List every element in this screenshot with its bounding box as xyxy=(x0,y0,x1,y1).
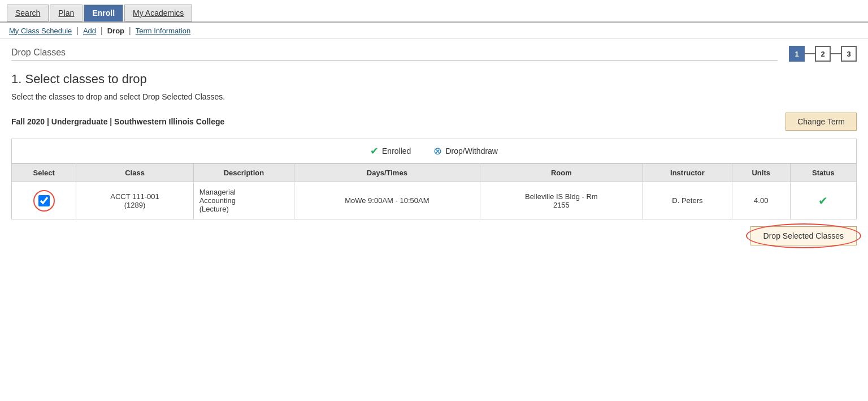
col-header-status: Status xyxy=(790,164,856,182)
col-header-class: Class xyxy=(76,164,193,182)
subnav-my-class-schedule[interactable]: My Class Schedule xyxy=(9,27,72,35)
enrolled-check-icon: ✔ xyxy=(370,145,379,157)
step-2: 2 xyxy=(815,46,831,62)
page-header-row: Drop Classes 1 2 3 xyxy=(11,46,857,62)
enrolled-label: Enrolled xyxy=(382,146,411,156)
step-connector-2 xyxy=(831,53,841,54)
table-row: ACCT 111-001 (1289) Managerial Accountin… xyxy=(12,182,857,219)
main-content: Drop Classes 1 2 3 1. Select classes to … xyxy=(0,39,868,252)
subnav-drop[interactable]: Drop xyxy=(107,27,124,35)
room-line1: Belleville IS Bldg - Rm xyxy=(525,192,598,201)
col-header-description: Description xyxy=(193,164,294,182)
subnav-sep-2: | xyxy=(101,26,103,35)
subnav-sep-1: | xyxy=(76,26,79,35)
class-table: Select Class Description Days/Times Room… xyxy=(11,163,857,219)
sub-navigation: My Class Schedule | Add | Drop | Term In… xyxy=(0,23,868,39)
legend-row: ✔ Enrolled ⊗ Drop/Withdraw xyxy=(11,139,857,163)
tab-search[interactable]: Search xyxy=(7,5,49,21)
col-header-units: Units xyxy=(732,164,790,182)
cell-description: Managerial Accounting (Lecture) xyxy=(193,182,294,219)
status-enrolled-icon: ✔ xyxy=(818,195,828,207)
page-title: Drop Classes xyxy=(11,48,778,61)
change-term-button[interactable]: Change Term xyxy=(785,113,857,131)
desc-line1: Managerial xyxy=(199,188,236,196)
class-section-id: (1289) xyxy=(124,201,146,209)
cell-instructor: D. Peters xyxy=(643,182,732,219)
subnav-sep-3: | xyxy=(129,26,131,35)
legend-drop-withdraw: ⊗ Drop/Withdraw xyxy=(433,145,498,157)
step-connector-1 xyxy=(805,53,815,54)
drop-withdraw-label: Drop/Withdraw xyxy=(445,146,498,156)
section-heading: 1. Select classes to drop xyxy=(11,72,857,87)
legend-enrolled: ✔ Enrolled xyxy=(370,145,411,157)
cell-room: Belleville IS Bldg - Rm 2155 xyxy=(480,182,643,219)
subnav-term-information[interactable]: Term Information xyxy=(136,27,191,35)
stepper: 1 2 3 xyxy=(789,46,857,62)
top-navigation: Search Plan Enroll My Academics xyxy=(0,0,868,23)
cell-days-times: MoWe 9:00AM - 10:50AM xyxy=(294,182,480,219)
table-header-row: Select Class Description Days/Times Room… xyxy=(12,164,857,182)
tab-plan[interactable]: Plan xyxy=(50,5,83,21)
room-line2: 2155 xyxy=(553,201,570,209)
step-1: 1 xyxy=(789,46,805,62)
col-header-select: Select xyxy=(12,164,76,182)
col-header-days-times: Days/Times xyxy=(294,164,480,182)
class-code: ACCT 111-001 xyxy=(110,192,159,201)
cell-status: ✔ xyxy=(790,182,856,219)
section-description: Select the classes to drop and select Dr… xyxy=(11,92,857,101)
step-3: 3 xyxy=(841,46,857,62)
drop-selected-classes-button[interactable]: Drop Selected Classes xyxy=(750,226,857,245)
cell-class: ACCT 111-001 (1289) xyxy=(76,182,193,219)
col-header-room: Room xyxy=(480,164,643,182)
drop-button-wrapper: Drop Selected Classes xyxy=(750,226,857,245)
col-header-instructor: Instructor xyxy=(643,164,732,182)
cell-units: 4.00 xyxy=(732,182,790,219)
tab-my-academics[interactable]: My Academics xyxy=(124,5,192,21)
subnav-add[interactable]: Add xyxy=(83,27,96,35)
tab-enroll[interactable]: Enroll xyxy=(84,5,123,21)
cell-select xyxy=(12,182,76,219)
checkbox-wrapper xyxy=(34,191,54,210)
bottom-action-row: Drop Selected Classes xyxy=(11,226,857,245)
desc-line3: (Lecture) xyxy=(199,205,229,213)
desc-line2: Accounting xyxy=(199,196,236,205)
class-select-checkbox[interactable] xyxy=(38,195,50,206)
term-row: Fall 2020 | Undergraduate | Southwestern… xyxy=(11,113,857,131)
term-label: Fall 2020 | Undergraduate | Southwestern… xyxy=(11,117,224,126)
drop-withdraw-icon: ⊗ xyxy=(433,145,442,157)
